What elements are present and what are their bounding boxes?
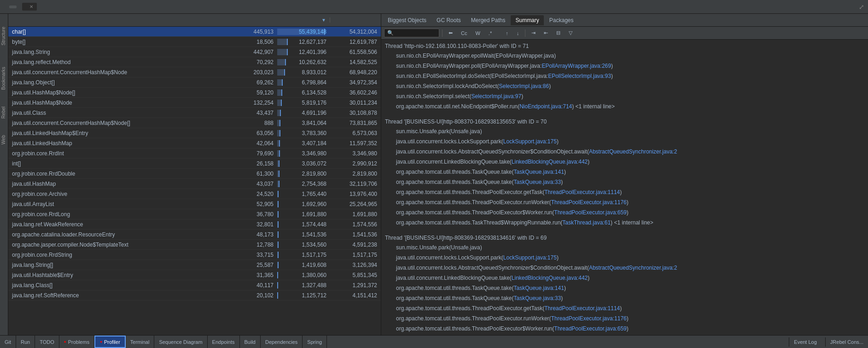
sidebar-item-web[interactable]: Web [0,131,8,148]
bottom-btn-endpoints[interactable]: Endpoints [208,336,240,348]
sidebar-item-bookmarks[interactable]: Bookmarks [0,63,8,94]
table-row[interactable]: org.jrobin.core.RrdLong36,7801,691,8801,… [8,209,381,219]
table-row[interactable]: java.util.concurrent.ConcurrentHashMap$N… [8,118,381,128]
stack-frame-link[interactable]: ThreadPoolExecutor.java:659 [554,325,626,332]
sidebar-item-structure[interactable]: Structure [0,23,8,49]
table-row[interactable]: java.lang.Class[]40,1171,327,4881,291,37… [8,280,381,290]
sidebar-item-rebel[interactable]: Rebel [0,103,8,122]
cell-class: java.lang.ref.WeakReference [8,221,229,228]
bottom-btn-terminal[interactable]: Terminal [126,336,155,348]
tab-dumpheap[interactable]: ✕ [22,3,37,11]
stack-frame-link[interactable]: SelectorImpl.java:97 [471,93,521,100]
table-row[interactable]: java.lang.Object[]69,2626,798,86434,972,… [8,77,381,88]
search-input[interactable] [396,30,432,36]
stack-frame: java.util.concurrent.locks.AbstractQueue… [381,147,868,157]
stack-frame-link[interactable]: SelectorImpl.java:86 [499,83,549,89]
cell-class: org.apache.catalina.loader.ResourceEntry [8,231,229,238]
search-box[interactable]: 🔍 [384,29,439,37]
stack-frame-link[interactable]: LinkedBlockingQueue.java:442 [512,159,588,165]
cc-btn[interactable]: Cc [458,29,470,37]
stack-frame-link[interactable]: TaskQueue.java:33 [513,179,561,185]
table-row[interactable]: byte[]18,50612,627,13712,619,787 [8,37,381,47]
tab-gc-roots[interactable]: GC Roots [432,15,466,25]
bottom-btn-todo[interactable]: TODO [35,336,59,348]
status-dot-icon: ● [100,340,102,344]
stack-frame-link[interactable]: LinkedBlockingQueue.java:442 [512,275,588,281]
layout-btn[interactable]: ⊟ [553,29,564,37]
bottom-btn-spring[interactable]: Spring [303,336,327,348]
cell-retained: 2,990,912 [330,160,381,167]
table-row[interactable]: java.lang.reflect.Method70,29210,262,632… [8,57,381,67]
cell-class: org.jrobin.core.RrdString [8,252,229,258]
table-row[interactable]: java.util.Class43,4374,691,19630,108,878 [8,108,381,118]
separator-2 [525,29,525,37]
stack-frame-link[interactable]: EPollSelectorImpl.java:93 [548,73,611,79]
table-row[interactable]: org.jrobin.core.RrdInt79,6903,346,9803,3… [8,148,381,159]
bottom-right-item[interactable]: Event Log [789,337,821,347]
bottom-btn-git[interactable]: Git [0,336,16,348]
table-row[interactable]: java.util.HashMap$Node[]59,1206,134,5283… [8,88,381,98]
stack-frame-link[interactable]: ThreadPoolExecutor.java:1114 [544,305,620,312]
stack-frame-link[interactable]: ThreadPoolExecutor.java:659 [554,209,626,216]
regex-btn[interactable]: .* [485,29,495,37]
stack-frame-link[interactable]: ThreadPoolExecutor.java:1176 [551,199,627,206]
prev-btn[interactable]: ⬅ [445,29,456,37]
table-row[interactable]: org.apache.jasper.compiler.Node$Template… [8,240,381,250]
cell-class: org.jrobin.core.Archive [8,191,229,197]
down-arrow-btn[interactable]: ↓ [513,29,523,37]
table-row[interactable]: java.util.HashMap43,0372,754,36832,119,7… [8,179,381,189]
bottom-btn-sequence-diagram[interactable]: Sequence Diagram [154,336,207,348]
table-row[interactable]: org.jrobin.core.RrdString33,7151,517,175… [8,250,381,260]
col-header-shallow[interactable]: ▼ [277,18,330,23]
table-row[interactable]: java.util.LinkedHashMap$Entry63,0563,783… [8,128,381,138]
up-arrow-btn[interactable]: ↑ [502,29,512,37]
stack-frame-link[interactable]: LockSupport.java:175 [503,138,557,145]
table-row[interactable]: org.jrobin.core.RrdDouble61,3002,819,800… [8,169,381,179]
stack-frame-link[interactable]: AbstractQueuedSynchronizer.java:2 [589,148,677,155]
tab-packages[interactable]: Packages [545,15,578,25]
bottom-btn-build[interactable]: Build [240,336,261,348]
table-row[interactable]: java.util.Hashtable$Entry31,3651,380,060… [8,270,381,280]
table-row[interactable]: java.util.concurrent.ConcurrentHashMap$N… [8,67,381,77]
filter-btn[interactable]: ▽ [565,29,576,37]
table-row[interactable]: char[]445,91355,439,14854,312,004 [8,27,381,37]
table-row[interactable]: java.lang.String[]25,5871,419,6083,126,3… [8,260,381,270]
table-row[interactable]: org.apache.catalina.loader.ResourceEntry… [8,230,381,240]
stack-frame-link[interactable]: ThreadPoolExecutor.java:1114 [544,189,620,195]
stack-frame-link[interactable]: LockSupport.java:175 [503,254,557,261]
stack-frame-link[interactable]: TaskQueue.java:141 [513,285,564,291]
stack-frame-link[interactable]: ThreadPoolExecutor.java:1176 [551,315,627,322]
stack-frame-link[interactable]: TaskThread.java:61 [562,219,611,226]
w-btn[interactable]: W [472,29,483,37]
table-row[interactable]: java.util.LinkedHashMap42,0643,407,18411… [8,138,381,148]
tab-merged-paths[interactable]: Merged Paths [466,15,510,25]
table-row[interactable]: java.lang.ref.WeakReference32,8011,574,4… [8,219,381,230]
bottom-btn-problems[interactable]: ●Problems [59,336,94,348]
bottom-btn-run[interactable]: Run [16,336,35,348]
stack-frame: java.util.concurrent.locks.AbstractQueue… [381,263,868,273]
collapse-btn[interactable]: ⇤ [541,29,551,37]
bottom-btn-profiler[interactable]: ●Profiler [94,336,126,348]
close-icon[interactable]: ✕ [29,4,33,9]
tab-biggest-objects[interactable]: Biggest Objects [383,15,431,25]
stack-frame-link[interactable]: NioEndpoint.java:714 [519,103,572,110]
stack-frame-link[interactable]: TaskQueue.java:33 [513,295,561,301]
tab-summary[interactable]: Summary [511,15,543,25]
table-row[interactable]: int[]26,1583,036,0722,990,912 [8,159,381,169]
maximize-icon[interactable]: ⤢ [859,3,864,11]
bottom-right-item[interactable]: JRebel Cons... [825,337,868,347]
stack-frame: org.apache.tomcat.util.threads.TaskQueue… [381,293,868,303]
stack-frame-link[interactable]: EPollArrayWrapper.java:269 [542,63,611,69]
bottom-btn-dependencies[interactable]: Dependencies [261,336,303,348]
table-row[interactable]: java.util.HashMap$Node132,2545,819,17630… [8,98,381,108]
table-row[interactable]: java.lang.String442,90712,401,39661,558,… [8,47,381,57]
tab-home[interactable] [9,6,17,8]
bottom-right: Event LogJRebel Cons... [789,337,868,347]
expand-btn[interactable]: ⇥ [528,29,539,37]
stack-frame-link[interactable]: TaskQueue.java:141 [513,169,564,175]
table-row[interactable]: java.lang.ref.SoftReference20,1021,125,7… [8,290,381,301]
table-row[interactable]: java.util.ArrayList52,9051,692,96025,264… [8,199,381,209]
stack-frame-link[interactable]: AbstractQueuedSynchronizer.java:2 [589,265,677,271]
table-row[interactable]: org.jrobin.core.Archive24,5201,765,44013… [8,189,381,199]
cell-class: java.util.HashMap$Node[] [8,89,229,96]
